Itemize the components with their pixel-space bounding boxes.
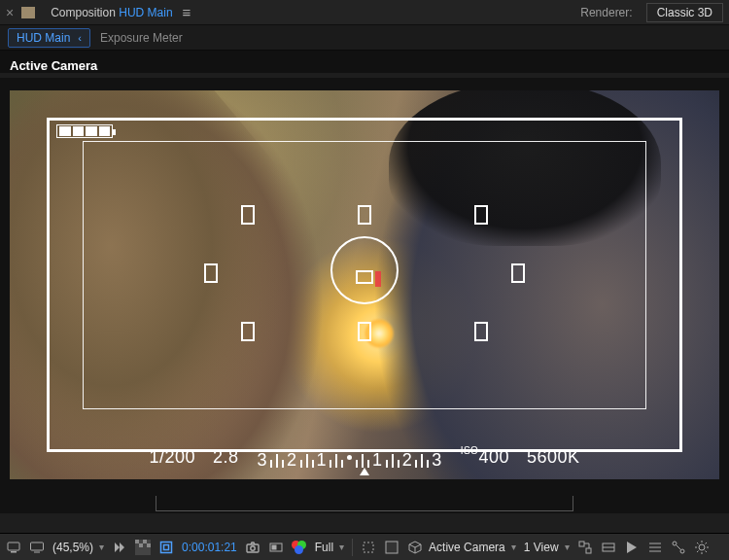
caret-down-icon: ▾ — [511, 542, 516, 552]
svg-rect-15 — [364, 542, 373, 552]
separator — [352, 539, 353, 556]
composition-viewer[interactable]: 1/200 2.8 3 2 1 1 2 3 ISO400 5600K — [0, 78, 729, 513]
show-snapshot-icon[interactable] — [268, 540, 284, 555]
exposure-icon[interactable] — [694, 540, 710, 555]
view-label: Active Camera — [0, 51, 729, 73]
always-preview-icon[interactable] — [6, 540, 21, 555]
flowchart-icon[interactable] — [671, 540, 686, 555]
panel-title-link[interactable]: HUD Main — [119, 6, 172, 19]
footage-sunflare — [364, 319, 394, 348]
svg-rect-3 — [31, 542, 44, 550]
snapshot-icon[interactable] — [245, 540, 260, 555]
fast-preview-icon[interactable] — [112, 540, 127, 555]
panel-color-chip — [21, 7, 35, 18]
crumb-child[interactable]: Exposure Meter — [100, 31, 183, 45]
camera-value: Active Camera — [429, 541, 505, 554]
panel-title: Composition HUD Main — [51, 6, 172, 19]
pixel-aspect-icon[interactable] — [601, 540, 616, 555]
fast-previews-icon[interactable] — [624, 540, 640, 555]
composition-breadcrumb: HUD Main ‹ Exposure Meter — [0, 25, 729, 51]
svg-rect-10 — [164, 544, 169, 549]
work-area-bar[interactable] — [156, 496, 573, 511]
resolution-dropdown[interactable]: Full ▾ — [315, 541, 344, 554]
panel-title-prefix: Composition — [51, 6, 116, 19]
svg-rect-1 — [8, 542, 19, 550]
svg-rect-8 — [147, 543, 151, 547]
svg-point-21 — [680, 549, 684, 553]
cube-icon — [407, 540, 423, 555]
svg-rect-2 — [11, 551, 17, 553]
magnification-dropdown[interactable]: (45,5%) ▾ — [52, 541, 104, 554]
renderer-dropdown[interactable]: Classic 3D — [646, 3, 723, 22]
svg-point-20 — [673, 542, 677, 545]
views-layout-dropdown[interactable]: 1 View ▾ — [524, 541, 570, 554]
roi-icon[interactable] — [361, 540, 376, 555]
svg-rect-6 — [143, 540, 147, 543]
magnification-value: (45,5%) — [52, 541, 93, 554]
panel-menu-icon[interactable]: ≡ — [183, 4, 191, 20]
svg-rect-17 — [579, 542, 584, 546]
panel-tab-bar: × Composition HUD Main ≡ Renderer: Class… — [0, 0, 729, 25]
resolution-value: Full — [315, 541, 333, 554]
svg-point-12 — [251, 545, 255, 549]
transparency-grid-icon[interactable] — [135, 540, 151, 555]
toggle-transparency-icon[interactable] — [384, 540, 399, 555]
svg-rect-16 — [386, 542, 398, 553]
current-time[interactable]: 0:00:01:21 — [182, 541, 237, 554]
composition-frame: 1/200 2.8 3 2 1 1 2 3 ISO400 5600K — [10, 90, 719, 479]
crumb-active[interactable]: HUD Main ‹ — [8, 28, 90, 48]
caret-down-icon: ▾ — [339, 542, 344, 552]
chevron-left-icon: ‹ — [78, 32, 82, 44]
mask-visibility-icon[interactable] — [158, 540, 174, 555]
channel-icon[interactable] — [292, 540, 307, 555]
crumb-active-label: HUD Main — [17, 31, 70, 45]
renderer-label: Renderer: — [580, 6, 632, 19]
3d-view-dropdown[interactable]: Active Camera ▾ — [407, 540, 516, 555]
timeline-icon[interactable] — [647, 540, 663, 555]
svg-rect-9 — [161, 542, 172, 552]
caret-down-icon: ▾ — [565, 542, 570, 552]
viewer-toolbar: (45,5%) ▾ 0:00:01:21 Full ▾ Active Camer… — [0, 533, 729, 560]
monitor-icon[interactable] — [29, 540, 45, 555]
svg-rect-14 — [272, 545, 276, 549]
renderer-value: Classic 3D — [657, 6, 712, 19]
svg-rect-7 — [139, 543, 143, 547]
views-value: 1 View — [524, 541, 559, 554]
share-view-icon[interactable] — [577, 540, 593, 555]
svg-point-22 — [699, 544, 705, 550]
svg-rect-5 — [135, 540, 139, 543]
caret-down-icon: ▾ — [99, 542, 104, 552]
close-panel-x-icon[interactable]: × — [6, 5, 14, 20]
svg-rect-18 — [586, 548, 591, 553]
footage-hair-right — [389, 90, 661, 246]
